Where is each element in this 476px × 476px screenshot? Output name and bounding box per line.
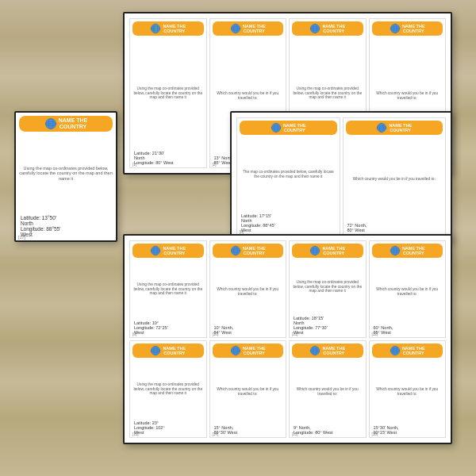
solo-card: NAME THECOUNTRY Using the map co-ordinat… (16, 113, 116, 240)
card-3-header: NAME THECOUNTRY (292, 21, 363, 36)
card-12-title: NAME THECOUNTRY (402, 246, 425, 255)
card-1-coords: Latitude: 21°30'NorthLongitude: 80° West (132, 151, 204, 165)
card-10-body: Which country would you be in if you tra… (213, 259, 284, 324)
card-15-coords: 9° North,Longitude: 80° West (292, 425, 363, 435)
card-10: NAME THECOUNTRY Which country would you … (209, 240, 287, 338)
globe-icon-12 (390, 245, 401, 256)
card-14-instruction: Which country would you be in if you tra… (213, 387, 284, 397)
card-8-instruction: The map co-ordinates provided below, car… (240, 170, 337, 179)
card-1-number: [1] (132, 163, 136, 167)
globe-icon-11 (309, 245, 321, 256)
card-q-coords: 72° North,80° West (346, 223, 443, 232)
card-q-header: NAME THECOUNTRY (346, 121, 443, 135)
card-4-instruction: Which country would you be in if you tra… (372, 91, 443, 101)
card-8-title: NAME THECOUNTRY (283, 123, 306, 132)
card-14: NAME THECOUNTRY Which country would you … (209, 340, 287, 438)
card-q-instruction: Which country would you be in if you tra… (353, 177, 436, 182)
card-3-title: NAME THECOUNTRY (322, 24, 345, 33)
card-8-body: The map co-ordinates provided below, car… (240, 136, 337, 212)
card-1-body: Using the map co-ordinates provided belo… (132, 37, 204, 149)
card-12-body: Which country would you be in if you tra… (372, 259, 443, 324)
solo-card-number: [17] (18, 235, 25, 240)
card-q-body: Which country would you be in if you tra… (346, 136, 443, 221)
globe-icon-4 (390, 23, 401, 34)
card-11-header: NAME THECOUNTRY (292, 244, 363, 258)
card-15-instruction: Which country would you be in if you tra… (292, 387, 363, 397)
globe-icon-16 (390, 345, 401, 356)
card-1-header: NAME THECOUNTRY (132, 21, 204, 36)
card-16-title: NAME THECOUNTRY (402, 346, 425, 355)
card-12: NAME THECOUNTRY Which country would you … (369, 240, 447, 338)
card-14-coords: 15° North,86°30' West (213, 425, 284, 435)
card-10-number: [10] (213, 332, 219, 336)
card-13-instruction: Using the map co-ordinates provided belo… (132, 382, 204, 396)
solo-card-coords: Latitude: 13°50'NorthLongitude: 88°55'We… (19, 215, 113, 237)
globe-icon-q (376, 122, 387, 133)
solo-card-header: NAME THECOUNTRY (19, 116, 113, 132)
card-15-title: NAME THECOUNTRY (322, 346, 345, 355)
card-11-title: NAME THECOUNTRY (322, 246, 345, 255)
card-16-number: [16] (372, 432, 378, 436)
card-10-coords: 10° North,84° West (213, 325, 284, 335)
card-14-body: Which country would you be in if you tra… (213, 359, 284, 424)
globe-icon-3 (309, 23, 321, 34)
card-12-header: NAME THECOUNTRY (372, 244, 443, 258)
globe-icon (150, 23, 161, 34)
card-16: NAME THECOUNTRY Which country would you … (369, 340, 447, 438)
card-q-title: NAME THECOUNTRY (389, 123, 412, 132)
card-1-instruction: Using the map co-ordinates provided belo… (132, 86, 204, 100)
solo-card-title: NAME THECOUNTRY (59, 117, 88, 129)
sheet-2: NAME THECOUNTRY Using the map co-ordinat… (14, 111, 117, 242)
card-10-title: NAME THECOUNTRY (243, 246, 266, 255)
card-15: NAME THECOUNTRY Which country would you … (289, 340, 367, 438)
solo-card-body: Using the map co-ordinates provided belo… (19, 133, 113, 213)
page-container: NAME THECOUNTRY Using the map co-ordinat… (0, 0, 476, 476)
globe-icon-10 (230, 245, 241, 256)
card-11-body: Using the map co-ordinates provided belo… (292, 259, 363, 314)
card-15-header: NAME THECOUNTRY (292, 344, 363, 358)
globe-icon-13 (150, 345, 161, 356)
sheet-2b: NAME THECOUNTRY The map co-ordinates pro… (230, 111, 452, 242)
card-2-number: [2] (213, 163, 217, 167)
card-11-coords: Latitude: 18°15'NorthLongitude: 77°30'We… (292, 316, 363, 335)
card-14-header: NAME THECOUNTRY (213, 344, 284, 358)
card-4-header: NAME THECOUNTRY (372, 21, 443, 36)
card-9-header: NAME THECOUNTRY (132, 244, 204, 258)
card-2-instruction: Which country would you be in if you tra… (213, 91, 284, 101)
card-9: NAME THECOUNTRY Using the map co-ordinat… (129, 240, 207, 338)
card-11: NAME THECOUNTRY Using the map co-ordinat… (289, 240, 367, 338)
card-9-number: [9] (132, 332, 136, 336)
card-2-title: NAME THECOUNTRY (243, 24, 266, 33)
card-3-instruction: Using the map co-ordinates provided belo… (292, 86, 363, 100)
card-14-title: NAME THECOUNTRY (243, 346, 266, 355)
solo-card-instruction: Using the map co-ordinates provided belo… (19, 166, 113, 182)
card-14-number: [14] (213, 432, 219, 436)
card-8: NAME THECOUNTRY The map co-ordinates pro… (236, 117, 340, 236)
card-10-instruction: Which country would you be in if you tra… (213, 287, 284, 297)
card-13: NAME THECOUNTRY Using the map co-ordinat… (129, 340, 207, 438)
card-13-body: Using the map co-ordinates provided belo… (132, 359, 204, 419)
card-grid-3: NAME THECOUNTRY Using the map co-ordinat… (125, 236, 451, 443)
card-8-coords: Latitude: 17°15'NorthLongitude: 88°45'We… (240, 213, 337, 232)
globe-icon-8 (271, 122, 282, 133)
globe-icon-14 (230, 345, 241, 356)
card-9-body: Using the map co-ordinates provided belo… (132, 259, 204, 319)
card-13-title: NAME THECOUNTRY (163, 346, 186, 355)
card-1-title: NAME THECOUNTRY (163, 24, 186, 33)
card-12-instruction: Which country would you be in if you tra… (372, 287, 443, 297)
globe-icon-solo (44, 117, 57, 130)
globe-icon-15 (309, 345, 321, 356)
card-1: NAME THECOUNTRY Using the map co-ordinat… (129, 18, 207, 168)
card-10-header: NAME THECOUNTRY (213, 244, 284, 258)
card-13-number: [13] (132, 432, 139, 436)
card-grid-2b: NAME THECOUNTRY The map co-ordinates pro… (232, 113, 451, 240)
globe-icon-2 (230, 23, 241, 34)
card-12-coords: 60° North,95° West (372, 325, 443, 335)
card-15-number: [15] (292, 432, 298, 436)
card-2-header: NAME THECOUNTRY (213, 21, 284, 36)
card-12-number: [12] (372, 332, 378, 336)
card-11-instruction: Using the map co-ordinates provided belo… (292, 280, 363, 294)
card-9-title: NAME THECOUNTRY (163, 246, 186, 255)
card-4-title: NAME THECOUNTRY (402, 24, 425, 33)
card-q: NAME THECOUNTRY Which country would you … (343, 117, 447, 236)
